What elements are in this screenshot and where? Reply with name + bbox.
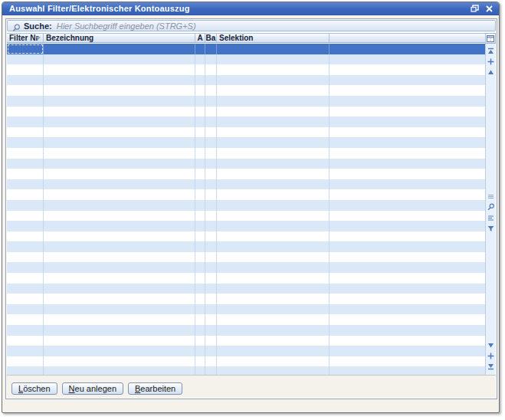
grid-cell[interactable] bbox=[205, 179, 217, 190]
restore-window-icon[interactable] bbox=[470, 4, 480, 13]
grid-cell[interactable] bbox=[330, 294, 487, 304]
grid-cell[interactable] bbox=[330, 356, 487, 367]
grid-cell[interactable] bbox=[217, 127, 330, 138]
grid-cell[interactable] bbox=[195, 241, 205, 252]
grid-cell[interactable] bbox=[205, 64, 217, 75]
grid-cell[interactable] bbox=[195, 64, 205, 75]
grid-cell[interactable] bbox=[330, 64, 487, 75]
grid-cell[interactable] bbox=[330, 85, 487, 96]
close-icon[interactable] bbox=[484, 4, 494, 13]
grid-cell[interactable] bbox=[217, 241, 330, 252]
grid-cell[interactable] bbox=[217, 221, 330, 231]
grid-cell[interactable] bbox=[205, 54, 217, 65]
grid-cell[interactable] bbox=[217, 356, 330, 367]
grid-cell[interactable] bbox=[205, 211, 217, 221]
grid-cell[interactable] bbox=[195, 159, 205, 169]
grid-cell[interactable] bbox=[7, 336, 44, 346]
grid-row[interactable] bbox=[7, 107, 487, 117]
grid-cell[interactable] bbox=[7, 75, 44, 86]
delete-button[interactable]: Löschen bbox=[11, 382, 57, 395]
grid-cell[interactable] bbox=[330, 189, 487, 200]
grid-cell[interactable] bbox=[7, 273, 44, 284]
column-header-ba[interactable]: Ba bbox=[205, 34, 217, 42]
grid-cell[interactable] bbox=[7, 284, 44, 294]
grid-cell[interactable] bbox=[7, 64, 44, 75]
grid-cell[interactable] bbox=[330, 159, 487, 169]
grid-cell[interactable] bbox=[217, 189, 330, 200]
grid-cell[interactable] bbox=[205, 189, 217, 200]
grid-cell[interactable] bbox=[7, 96, 44, 107]
grid-cell[interactable] bbox=[195, 179, 205, 190]
grid-cell[interactable] bbox=[217, 54, 330, 65]
scroll-to-top-icon[interactable] bbox=[487, 46, 496, 55]
grid-cell[interactable] bbox=[195, 107, 205, 117]
grid-cell[interactable] bbox=[44, 325, 195, 336]
grid-cell[interactable] bbox=[330, 262, 487, 273]
grid-cell[interactable] bbox=[7, 200, 44, 211]
grid-row[interactable] bbox=[7, 241, 487, 252]
grid-cell[interactable] bbox=[330, 137, 487, 148]
search-bar[interactable]: Suche: bbox=[7, 20, 496, 31]
scroll-up-icon[interactable] bbox=[487, 67, 496, 77]
column-header-bezeichnung[interactable]: Bezeichnung bbox=[44, 34, 195, 42]
grid-cell[interactable] bbox=[195, 314, 205, 325]
grid-cell[interactable] bbox=[205, 262, 217, 273]
grid-cell[interactable] bbox=[195, 75, 205, 86]
grid-cell[interactable] bbox=[7, 189, 44, 200]
grid-cell[interactable] bbox=[44, 85, 195, 96]
grid-cell[interactable] bbox=[205, 107, 217, 117]
column-header-filter-nr[interactable]: Filter Nr bbox=[7, 34, 44, 42]
grid-cell[interactable] bbox=[330, 366, 487, 375]
grid-row[interactable] bbox=[7, 148, 487, 159]
grid-cell[interactable] bbox=[330, 127, 487, 138]
grid-cell[interactable] bbox=[195, 200, 205, 211]
grid-cell[interactable] bbox=[7, 262, 44, 273]
grid-cell[interactable] bbox=[7, 85, 44, 96]
grid-row[interactable] bbox=[7, 179, 487, 190]
grid-cell[interactable] bbox=[195, 137, 205, 148]
grid-row[interactable] bbox=[7, 85, 487, 96]
grid-cell[interactable] bbox=[330, 346, 487, 356]
grid-cell[interactable] bbox=[217, 44, 330, 54]
grid-cell[interactable] bbox=[205, 127, 217, 138]
grid-cell[interactable] bbox=[195, 127, 205, 138]
grid-cell[interactable] bbox=[205, 159, 217, 169]
grid-cell[interactable] bbox=[195, 169, 205, 179]
grid-cell[interactable] bbox=[44, 336, 195, 346]
grid-row[interactable] bbox=[7, 314, 487, 325]
scroll-page-down-icon[interactable] bbox=[487, 351, 496, 360]
grid-cell[interactable] bbox=[44, 179, 195, 190]
grid-cell[interactable] bbox=[217, 314, 330, 325]
grid-cell[interactable] bbox=[7, 366, 44, 375]
grid-cell[interactable] bbox=[205, 336, 217, 346]
scroll-thumb-grip-icon[interactable] bbox=[487, 192, 496, 201]
grid-cell[interactable] bbox=[7, 356, 44, 367]
grid-cell[interactable] bbox=[7, 325, 44, 336]
grid-cell[interactable] bbox=[44, 44, 195, 54]
grid-row[interactable] bbox=[7, 169, 487, 179]
grid-cell[interactable] bbox=[330, 231, 487, 242]
grid-cell[interactable] bbox=[44, 169, 195, 179]
column-header-selektion[interactable]: Selektion bbox=[217, 34, 330, 42]
grid-cell[interactable] bbox=[330, 75, 487, 86]
grid-cell[interactable] bbox=[7, 54, 44, 65]
grid-cell[interactable] bbox=[330, 179, 487, 190]
grid-cell[interactable] bbox=[44, 200, 195, 211]
grid-row[interactable] bbox=[7, 284, 487, 294]
grid-cell[interactable] bbox=[195, 366, 205, 375]
grid-cell[interactable] bbox=[195, 294, 205, 304]
grid-cell[interactable] bbox=[217, 96, 330, 107]
grid-cell[interactable] bbox=[217, 252, 330, 263]
grid-cell[interactable] bbox=[7, 127, 44, 138]
grid-cell[interactable] bbox=[217, 284, 330, 294]
grid-cell[interactable] bbox=[44, 273, 195, 284]
grid-cell[interactable] bbox=[205, 356, 217, 367]
grid-cell[interactable] bbox=[7, 252, 44, 263]
grid-cell[interactable] bbox=[7, 241, 44, 252]
grid-cell[interactable] bbox=[330, 169, 487, 179]
grid-cell[interactable] bbox=[44, 314, 195, 325]
grid-cell[interactable] bbox=[195, 85, 205, 96]
grid-cell[interactable] bbox=[195, 148, 205, 159]
grid-cell[interactable] bbox=[44, 262, 195, 273]
grid-cell[interactable] bbox=[205, 137, 217, 148]
